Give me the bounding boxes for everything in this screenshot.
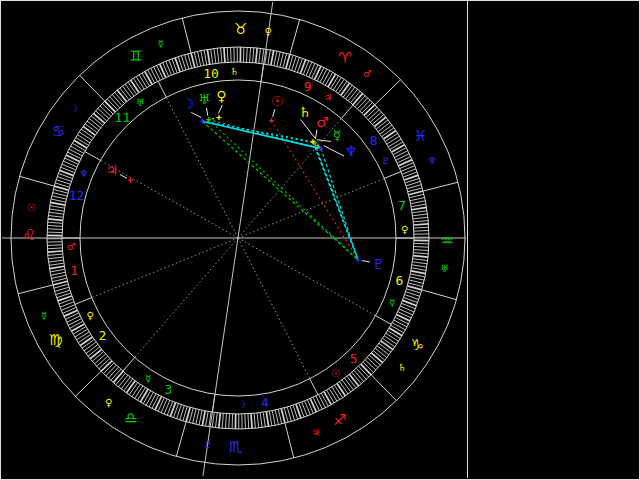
info-panel: Astrolog 5.41GChart of the MomentSun Apr… (477, 0, 638, 478)
astrolog-window: ♈♂♉♀♊☿♋☽♌☉♍☿♎♀♏♇♐♃♑♄♒♅♓♆1♂2♀3☿4☽5☉6☿7♀8♇… (0, 0, 640, 480)
